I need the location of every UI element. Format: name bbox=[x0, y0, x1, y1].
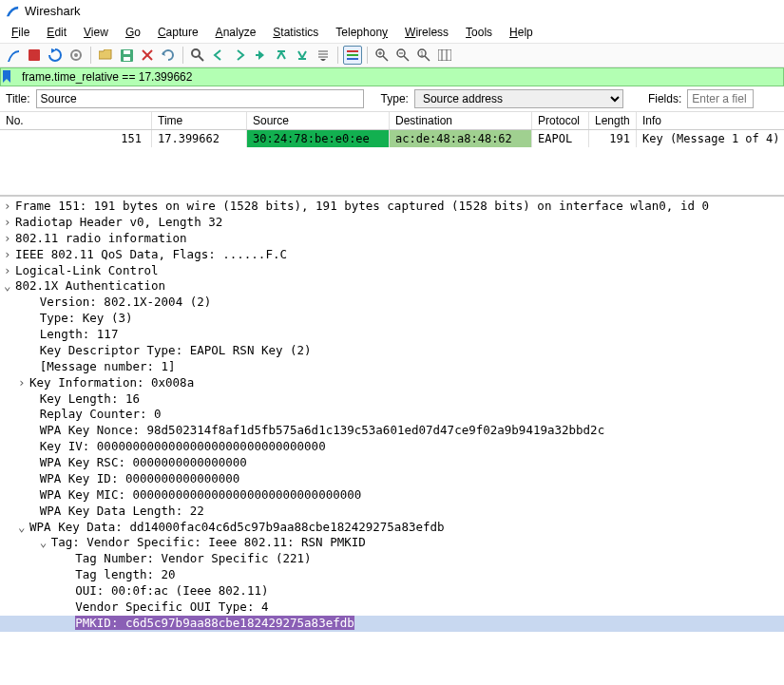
tree-keyinfo[interactable]: ›Key Information: 0x008a bbox=[0, 375, 784, 391]
column-title-input[interactable] bbox=[36, 89, 364, 108]
go-forward-button[interactable] bbox=[230, 46, 249, 65]
tree-frame[interactable]: ›Frame 151: 191 bytes on wire (1528 bits… bbox=[0, 199, 784, 215]
packet-list-pane: No. Time Source Destination Protocol Len… bbox=[0, 112, 784, 196]
tree-tag[interactable]: ⌄Tag: Vendor Specific: Ieee 802.11: RSN … bbox=[0, 535, 784, 551]
tree-msgnum[interactable]: [Message number: 1] bbox=[0, 359, 784, 375]
fields-input[interactable] bbox=[687, 89, 754, 108]
col-header-length[interactable]: Length bbox=[589, 112, 637, 129]
cell-source: 30:24:78:be:e0:ee bbox=[247, 130, 390, 147]
tree-llc[interactable]: ›Logical-Link Control bbox=[0, 263, 784, 279]
display-filter-input[interactable] bbox=[18, 68, 783, 86]
menu-telephony[interactable]: Telephony bbox=[328, 24, 395, 41]
col-header-destination[interactable]: Destination bbox=[390, 112, 532, 129]
tree-oui[interactable]: OUI: 00:0f:ac (Ieee 802.11) bbox=[0, 583, 784, 599]
chevron-right-icon[interactable]: › bbox=[4, 247, 15, 263]
capture-options-button[interactable] bbox=[67, 46, 86, 65]
save-file-button[interactable] bbox=[117, 46, 136, 65]
type-label: Type: bbox=[381, 92, 409, 105]
menu-help[interactable]: Help bbox=[502, 24, 541, 41]
cell-destination: ac:de:48:a8:48:62 bbox=[390, 130, 532, 147]
chevron-right-icon[interactable]: › bbox=[4, 199, 15, 215]
chevron-right-icon[interactable]: › bbox=[4, 231, 15, 247]
tree-tagnum[interactable]: Tag Number: Vendor Specific (221) bbox=[0, 551, 784, 567]
menu-statistics[interactable]: Statistics bbox=[265, 24, 326, 41]
tree-eapol[interactable]: ⌄802.1X Authentication bbox=[0, 278, 784, 295]
col-header-no[interactable]: No. bbox=[0, 112, 152, 129]
reload-file-button[interactable] bbox=[159, 46, 178, 65]
wireshark-fin-icon bbox=[6, 5, 19, 18]
chevron-down-icon[interactable]: ⌄ bbox=[4, 278, 15, 295]
menu-bar: File Edit View Go Capture Analyze Statis… bbox=[0, 22, 784, 43]
cell-time: 17.399662 bbox=[152, 130, 247, 147]
svg-point-8 bbox=[192, 49, 200, 57]
main-toolbar: 1 bbox=[0, 43, 784, 67]
packet-row[interactable]: 151 17.399662 30:24:78:be:e0:ee ac:de:48… bbox=[0, 130, 784, 147]
packet-list-header: No. Time Source Destination Protocol Len… bbox=[0, 112, 784, 130]
menu-file[interactable]: File bbox=[4, 24, 37, 41]
tree-ouitype[interactable]: Vendor Specific OUI Type: 4 bbox=[0, 599, 784, 616]
zoom-reset-button[interactable]: 1 bbox=[414, 46, 433, 65]
menu-tools[interactable]: Tools bbox=[458, 24, 500, 41]
tree-nonce[interactable]: WPA Key Nonce: 98d502314f8af1d5fb575a6d1… bbox=[0, 423, 784, 439]
menu-capture[interactable]: Capture bbox=[150, 24, 206, 41]
chevron-right-icon[interactable]: › bbox=[18, 375, 29, 391]
start-capture-button[interactable] bbox=[4, 46, 23, 65]
chevron-down-icon[interactable]: ⌄ bbox=[18, 520, 29, 536]
tree-kdata[interactable]: ⌄WPA Key Data: dd14000fac04c6d5c97b9aa88… bbox=[0, 520, 784, 536]
tree-pmkid[interactable]: PMKID: c6d5c97b9aa88cbe182429275a83efdb bbox=[0, 616, 784, 632]
zoom-out-button[interactable] bbox=[393, 46, 412, 65]
stop-capture-button[interactable] bbox=[25, 46, 44, 65]
packet-details-pane: ›Frame 151: 191 bytes on wire (1528 bits… bbox=[0, 196, 784, 641]
find-packet-button[interactable] bbox=[188, 46, 207, 65]
open-file-button[interactable] bbox=[96, 46, 115, 65]
tree-taglen[interactable]: Tag length: 20 bbox=[0, 567, 784, 583]
col-header-protocol[interactable]: Protocol bbox=[532, 112, 589, 129]
chevron-right-icon[interactable]: › bbox=[4, 263, 15, 279]
tree-radiotap[interactable]: ›Radiotap Header v0, Length 32 bbox=[0, 215, 784, 231]
col-header-source[interactable]: Source bbox=[247, 112, 390, 129]
resize-columns-button[interactable] bbox=[435, 46, 454, 65]
tree-keylen[interactable]: Key Length: 16 bbox=[0, 391, 784, 408]
go-back-button[interactable] bbox=[209, 46, 228, 65]
chevron-down-icon[interactable]: ⌄ bbox=[40, 535, 51, 551]
tree-mic[interactable]: WPA Key MIC: 000000000000000000000000000… bbox=[0, 487, 784, 504]
colorize-button[interactable] bbox=[343, 46, 362, 65]
tree-id[interactable]: WPA Key ID: 0000000000000000 bbox=[0, 471, 784, 487]
auto-scroll-button[interactable] bbox=[314, 46, 333, 65]
tree-type[interactable]: Type: Key (3) bbox=[0, 311, 784, 327]
svg-line-9 bbox=[199, 56, 203, 61]
filter-bookmark-icon[interactable] bbox=[1, 70, 18, 84]
svg-line-27 bbox=[425, 56, 430, 61]
tree-qos[interactable]: ›IEEE 802.11 QoS Data, Flags: ......F.C bbox=[0, 247, 784, 263]
col-header-info[interactable]: Info bbox=[637, 112, 784, 129]
tree-kdlen[interactable]: WPA Key Data Length: 22 bbox=[0, 504, 784, 520]
tree-rsc[interactable]: WPA Key RSC: 0000000000000000 bbox=[0, 455, 784, 471]
tree-length[interactable]: Length: 117 bbox=[0, 327, 784, 343]
restart-capture-button[interactable] bbox=[46, 46, 65, 65]
svg-line-24 bbox=[404, 56, 409, 61]
go-to-packet-button[interactable] bbox=[251, 46, 270, 65]
go-last-packet-button[interactable] bbox=[293, 46, 312, 65]
menu-go[interactable]: Go bbox=[118, 24, 148, 41]
zoom-in-button[interactable] bbox=[373, 46, 392, 65]
tree-kdt[interactable]: Key Descriptor Type: EAPOL RSN Key (2) bbox=[0, 343, 784, 359]
tree-iv[interactable]: Key IV: 00000000000000000000000000000000 bbox=[0, 439, 784, 455]
column-type-select[interactable]: Source address bbox=[414, 89, 623, 108]
chevron-right-icon[interactable]: › bbox=[4, 215, 15, 231]
tree-replay[interactable]: Replay Counter: 0 bbox=[0, 407, 784, 423]
go-first-packet-button[interactable] bbox=[272, 46, 291, 65]
window-titlebar: Wireshark bbox=[0, 0, 784, 22]
col-header-time[interactable]: Time bbox=[152, 112, 247, 129]
cell-protocol: EAPOL bbox=[532, 130, 589, 147]
menu-wireless[interactable]: Wireless bbox=[397, 24, 456, 41]
tree-radio[interactable]: ›802.11 radio information bbox=[0, 231, 784, 247]
menu-view[interactable]: View bbox=[76, 24, 116, 41]
svg-rect-4 bbox=[124, 50, 130, 54]
title-label: Title: bbox=[6, 92, 30, 105]
tree-version[interactable]: Version: 802.1X-2004 (2) bbox=[0, 295, 784, 311]
svg-rect-5 bbox=[124, 57, 130, 61]
close-file-button[interactable] bbox=[138, 46, 157, 65]
menu-edit[interactable]: Edit bbox=[39, 24, 74, 41]
menu-analyze[interactable]: Analyze bbox=[208, 24, 264, 41]
svg-rect-0 bbox=[29, 49, 40, 61]
